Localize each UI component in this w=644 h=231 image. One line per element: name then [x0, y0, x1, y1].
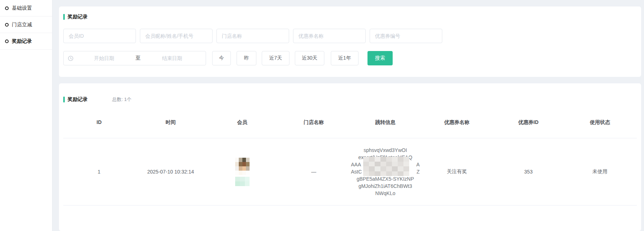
member-name-input[interactable]: [140, 29, 213, 43]
col-header-time: 时间: [135, 113, 206, 138]
col-header-coupon-id: 优惠券ID: [493, 113, 564, 138]
total-count-label: 总数: 1个: [112, 96, 131, 103]
col-header-use-status: 使用状态: [564, 113, 636, 138]
pixelated-redaction-overlay: [363, 157, 409, 176]
sidebar-item-reward-records[interactable]: 奖励记录: [0, 33, 52, 50]
records-table: ID 时间 会员 门店名称 跳转信息 优惠券名称 优惠券ID 使用状态 1 20…: [63, 113, 637, 205]
start-date-input[interactable]: [75, 55, 133, 61]
search-button[interactable]: 搜索: [367, 51, 393, 65]
cell-use-status: 未使用: [564, 168, 636, 175]
title-marker: [63, 97, 65, 102]
store-name-input[interactable]: [216, 29, 289, 43]
filter-panel-title: 奖励记录: [63, 14, 637, 20]
jump-info-line: gBPE5aM4ZX5-SYKIzNP: [350, 175, 420, 183]
table-header-row: ID 时间 会员 门店名称 跳转信息 优惠券名称 优惠券ID 使用状态: [63, 113, 637, 138]
jump-info-line: sphsvqVxwd3YwOI: [350, 147, 420, 154]
panel-title-text: 奖励记录: [68, 14, 88, 20]
date-separator-label: 至: [133, 55, 143, 61]
date-range-picker[interactable]: 至: [63, 51, 206, 65]
quick-range-today-button[interactable]: 今: [212, 51, 231, 65]
cell-member: [206, 158, 278, 186]
main-content: 奖励记录 至 今 昨 近7天: [59, 0, 641, 231]
sidebar: 基础设置 门店立减 奖励记录: [0, 0, 52, 231]
member-id-input[interactable]: [63, 29, 136, 43]
filter-inputs-row: [63, 29, 637, 43]
records-panel: 奖励记录 总数: 1个 ID 时间 会员 门店名称 跳转信息 优惠券名称 优惠券…: [59, 83, 641, 231]
cell-time: 2025-07-10 10:32:14: [135, 169, 206, 175]
quick-range-7days-button[interactable]: 近7天: [262, 51, 289, 65]
title-marker: [63, 14, 65, 20]
filter-date-row: 至 今 昨 近7天 近30天 近1年 搜索: [63, 51, 637, 65]
sidebar-item-label: 门店立减: [12, 22, 32, 28]
clock-icon: [68, 56, 73, 61]
panel-title-text: 奖励记录: [68, 96, 88, 103]
col-header-store-name: 门店名称: [278, 113, 350, 138]
quick-range-1year-button[interactable]: 近1年: [331, 51, 358, 65]
records-panel-title: 奖励记录 总数: 1个: [63, 96, 637, 103]
quick-range-yesterday-button[interactable]: 昨: [237, 51, 256, 65]
member-tag-pixelated: [235, 177, 250, 186]
sidebar-item-basic-settings[interactable]: 基础设置: [0, 0, 52, 17]
member-avatar-pixelated: [235, 158, 250, 175]
cell-coupon-id: 353: [493, 169, 564, 175]
col-header-member: 会员: [206, 113, 278, 138]
jump-info-line: NWqKLo: [350, 190, 420, 197]
radio-circle-icon: [5, 40, 9, 43]
col-header-coupon-name: 优惠券名称: [421, 113, 493, 138]
coupon-name-input[interactable]: [293, 29, 366, 43]
col-header-id: ID: [63, 113, 135, 138]
radio-circle-icon: [5, 23, 9, 27]
quick-range-30days-button[interactable]: 近30天: [295, 51, 324, 65]
cell-store-name: —: [278, 169, 350, 175]
sidebar-item-label: 基础设置: [12, 5, 32, 11]
coupon-number-input[interactable]: [370, 29, 442, 43]
filter-panel: 奖励记录 至 今 昨 近7天: [59, 6, 641, 77]
jump-info-line: gMJohiZh1iAT6ChBWt3: [350, 183, 420, 190]
end-date-input[interactable]: [143, 55, 201, 61]
radio-circle-icon: [5, 6, 9, 10]
cell-jump-info: sphsvqVxwd3YwOI export/UzEfAgtgekIEAQ AA…: [350, 147, 421, 197]
cell-id: 1: [63, 169, 135, 175]
table-row: 1 2025-07-10 10:32:14: [63, 138, 637, 205]
col-header-jump-info: 跳转信息: [350, 113, 421, 138]
sidebar-item-store-discount[interactable]: 门店立减: [0, 17, 52, 33]
sidebar-item-label: 奖励记录: [12, 38, 32, 45]
cell-coupon-name: 关注有奖: [421, 168, 493, 175]
